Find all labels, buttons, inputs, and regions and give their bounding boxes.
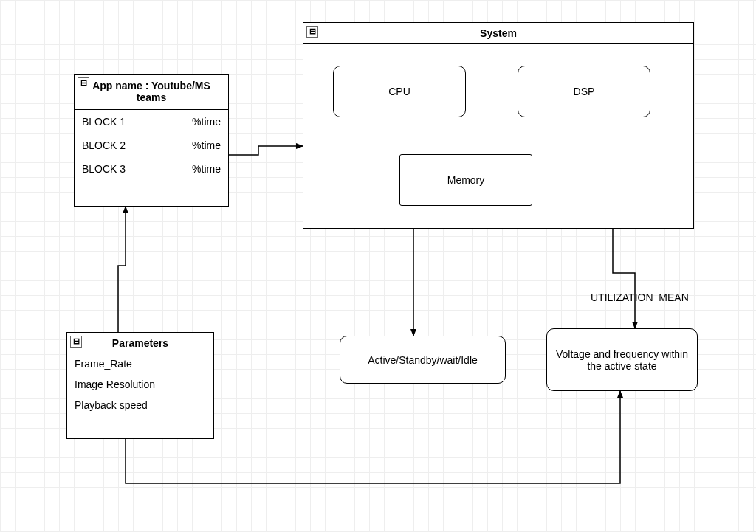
table-row: BLOCK 3 %time	[75, 157, 228, 181]
app-block-title: App name : Youtube/MS teams	[79, 80, 224, 103]
row-label: BLOCK 3	[82, 163, 126, 175]
row-label: BLOCK 1	[82, 116, 126, 128]
list-item: Frame_Rate	[67, 353, 213, 374]
list-item: Playback speed	[67, 395, 213, 415]
system-block-title: System	[480, 27, 517, 39]
parameters-rows: Frame_Rate Image Resolution Playback spe…	[67, 353, 213, 415]
edge-system-to-voltage	[613, 229, 635, 328]
voltage-block-text: Voltage and frequency within the active …	[551, 348, 693, 372]
collapse-icon[interactable]: ⊟	[78, 77, 89, 89]
collapse-icon[interactable]: ⊟	[306, 26, 318, 38]
row-label: BLOCK 2	[82, 139, 126, 151]
app-block-titlebar[interactable]: ⊟ App name : Youtube/MS teams	[75, 75, 228, 110]
collapse-icon[interactable]: ⊟	[70, 336, 82, 348]
dsp-block[interactable]: DSP	[518, 66, 650, 117]
list-item: Image Resolution	[67, 374, 213, 395]
table-row: BLOCK 1 %time	[75, 110, 228, 134]
edge-parameters-to-app	[118, 207, 126, 332]
table-row: BLOCK 2 %time	[75, 134, 228, 157]
row-value: %time	[192, 163, 221, 175]
parameters-block[interactable]: ⊟ Parameters Frame_Rate Image Resolution…	[66, 332, 214, 439]
memory-label: Memory	[447, 174, 485, 186]
edge-label-utilization: UTILIZATION_MEAN	[591, 291, 689, 303]
row-value: %time	[192, 139, 221, 151]
row-value: %time	[192, 116, 221, 128]
memory-block[interactable]: Memory	[399, 154, 532, 206]
parameters-block-title: Parameters	[112, 337, 168, 349]
parameters-block-titlebar[interactable]: ⊟ Parameters	[67, 333, 213, 353]
state-block-text: Active/Standby/wait/Idle	[368, 354, 478, 366]
app-block-rows: BLOCK 1 %time BLOCK 2 %time BLOCK 3 %tim…	[75, 110, 228, 181]
edge-app-to-system	[229, 146, 303, 155]
app-block[interactable]: ⊟ App name : Youtube/MS teams BLOCK 1 %t…	[74, 74, 229, 207]
cpu-block[interactable]: CPU	[333, 66, 466, 117]
system-body: CPU DSP Memory	[303, 44, 693, 228]
dsp-label: DSP	[574, 86, 595, 97]
system-block-titlebar[interactable]: ⊟ System	[303, 23, 693, 44]
voltage-block[interactable]: Voltage and frequency within the active …	[546, 328, 698, 391]
diagram-canvas: ⊟ App name : Youtube/MS teams BLOCK 1 %t…	[0, 0, 756, 532]
system-block[interactable]: ⊟ System CPU DSP Memory	[303, 22, 694, 229]
cpu-label: CPU	[388, 86, 410, 97]
state-block[interactable]: Active/Standby/wait/Idle	[340, 336, 506, 384]
